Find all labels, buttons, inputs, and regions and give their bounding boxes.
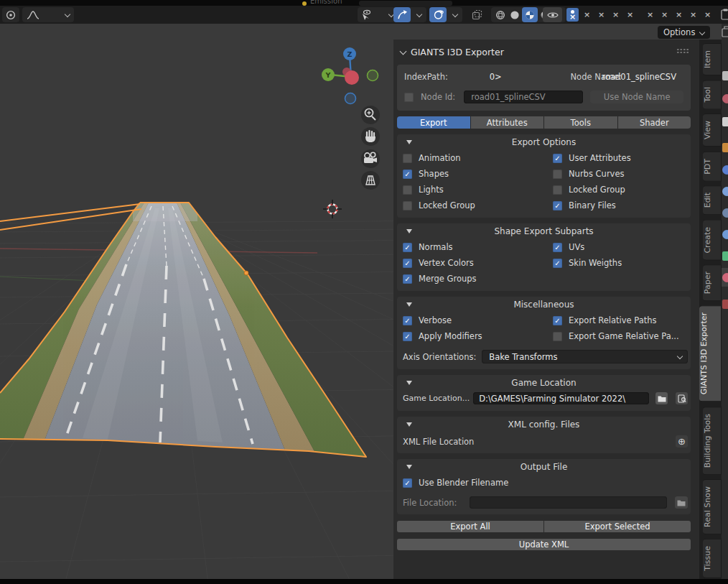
checkbox-uvs[interactable]: ✓	[553, 243, 562, 252]
particles-icon[interactable]	[722, 187, 728, 196]
checkbox-row-lights[interactable]: Lights	[403, 182, 553, 198]
axis-orientations-dropdown[interactable]: Bake Transforms	[482, 350, 688, 363]
export-selected-button[interactable]: Export Selected	[544, 521, 691, 532]
snap-options-dropdown[interactable]	[411, 7, 426, 22]
sidebar-tab-create[interactable]: Create	[703, 220, 722, 261]
checkbox-export-relative-paths[interactable]: ✓	[553, 316, 562, 325]
panel-tab-shader[interactable]: Shader	[618, 116, 691, 129]
qcd-slot-10[interactable]: ×	[701, 8, 714, 22]
sidebar-tab-tool[interactable]: Tool	[703, 80, 722, 109]
proportional-editing-toggle[interactable]	[2, 7, 19, 22]
checkbox-verbose[interactable]: ✓	[403, 316, 412, 325]
checkbox-row-uvs[interactable]: ✓UVs	[553, 239, 691, 255]
tool-icon[interactable]	[722, 71, 728, 80]
checkbox-row-merge-groups[interactable]: ✓Merge Groups	[403, 271, 553, 287]
collapse-triangle-icon[interactable]	[406, 465, 412, 469]
clipboard-icon[interactable]	[721, 9, 728, 20]
qcd-slot-4[interactable]: ×	[610, 8, 622, 22]
checkbox-vertex-colors[interactable]: ✓	[403, 259, 412, 268]
checkbox-row-apply-modifiers[interactable]: ✓Apply Modifiers	[403, 328, 553, 344]
shading-solid[interactable]	[508, 7, 522, 22]
orbit-sphere-toggle[interactable]	[429, 7, 447, 22]
checkbox-row-locked-group[interactable]: Locked Group	[403, 198, 553, 213]
sidebar-tab-building-tools[interactable]: Building Tools	[703, 407, 722, 475]
collapse-triangle-icon[interactable]	[406, 140, 412, 144]
physics-icon[interactable]	[722, 208, 728, 218]
object-icon[interactable]	[722, 143, 728, 152]
sidebar-tab-item[interactable]: Item	[703, 43, 722, 75]
checkbox-lights[interactable]	[403, 185, 412, 195]
checkbox-locked-group[interactable]	[403, 201, 412, 210]
checkbox-row-nurbs-curves[interactable]: Nurbs Curves	[553, 166, 691, 182]
checkbox-shapes[interactable]: ✓	[403, 170, 412, 179]
shading-wireframe[interactable]	[493, 7, 508, 22]
sidebar-tab-tissue[interactable]: Tissue	[703, 539, 722, 578]
checkbox-user-attributes[interactable]: ✓	[553, 154, 562, 163]
export-options-header[interactable]: Export Options	[397, 134, 691, 150]
locate-game-button[interactable]	[676, 392, 688, 404]
gizmo-x-axis[interactable]	[345, 70, 359, 85]
checkbox-nurbs-curves[interactable]	[553, 170, 562, 179]
options-dropdown-button[interactable]: Options	[658, 26, 710, 39]
panel-tab-export[interactable]: Export	[397, 116, 470, 129]
qcd-slot-7[interactable]: ×	[658, 8, 671, 22]
shading-material-preview[interactable]	[522, 7, 538, 22]
texture-icon[interactable]	[722, 300, 728, 309]
checkbox-row-normals[interactable]: ✓Normals	[403, 239, 553, 255]
sidebar-tab-real-snow[interactable]: Real Snow	[703, 479, 722, 534]
object-origin-dot[interactable]	[244, 271, 248, 275]
checkbox-row-shapes[interactable]: ✓Shapes	[403, 166, 553, 182]
checkbox-apply-modifiers[interactable]: ✓	[403, 332, 412, 341]
collapse-triangle-icon[interactable]	[406, 381, 412, 385]
material-icon[interactable]	[722, 273, 728, 282]
panel-header[interactable]: GIANTS I3D Exporter	[400, 45, 691, 59]
panel-collapse-icon[interactable]	[400, 49, 406, 55]
qcd-slot-9[interactable]: ×	[687, 8, 699, 22]
gizmo-y-neg[interactable]	[368, 70, 378, 81]
panel-tab-attributes[interactable]: Attributes	[471, 116, 544, 129]
checkbox-row-verbose[interactable]: ✓Verbose	[403, 312, 553, 328]
xml-config-header[interactable]: XML config. Files	[397, 417, 691, 432]
node-id-input[interactable]: road01_splineCSV	[464, 91, 583, 103]
miscellaneous-header[interactable]: Miscellaneous	[397, 297, 691, 312]
sidebar-tab-giants-i3d-exporter[interactable]: GIANTS I3D Exporter	[699, 305, 722, 402]
sidebar-tab-pdt[interactable]: PDT	[703, 152, 722, 182]
orbit-options-dropdown[interactable]	[447, 7, 462, 22]
checkbox-row-skin-weigths[interactable]: ✓Skin Weigths	[553, 255, 691, 271]
checkbox-row-export-game-relative-pa[interactable]: Export Game Relative Pa...	[553, 328, 691, 344]
checkbox-locked-group[interactable]	[553, 185, 562, 195]
update-xml-button[interactable]: Update XML	[397, 539, 691, 550]
output-icon[interactable]	[722, 117, 728, 126]
qcd-slot-2[interactable]: ×	[581, 8, 593, 22]
checkbox-row-locked-group[interactable]: Locked Group	[553, 182, 691, 198]
checkbox-animation[interactable]	[403, 154, 412, 163]
pages-icon[interactable]	[722, 26, 728, 37]
checkbox-row-binary-files[interactable]: ✓Binary Files	[553, 198, 691, 213]
collapse-triangle-icon[interactable]	[406, 229, 412, 233]
file-location-input[interactable]	[470, 496, 667, 509]
modifier-icon[interactable]	[722, 165, 728, 175]
pan-hand-button[interactable]	[361, 127, 380, 146]
browse-folder-button[interactable]	[655, 392, 668, 404]
qcd-slot-6[interactable]: ×	[644, 8, 656, 22]
game-location-header[interactable]: Game Location	[397, 375, 691, 391]
checkbox-row-animation[interactable]: Animation	[403, 150, 553, 166]
shape-subparts-header[interactable]: Shape Export Subparts	[397, 223, 691, 239]
checkbox-row-export-relative-paths[interactable]: ✓Export Relative Paths	[553, 312, 691, 328]
panel-tab-tools[interactable]: Tools	[544, 116, 617, 129]
output-file-header[interactable]: Output File	[397, 459, 691, 475]
sidebar-tab-paper[interactable]: Paper	[703, 264, 722, 301]
collapse-triangle-icon[interactable]	[406, 302, 412, 307]
checkbox-row-user-attributes[interactable]: ✓User Attributes	[553, 150, 691, 166]
checkbox-binary-files[interactable]: ✓	[553, 201, 562, 210]
checkbox-normals[interactable]: ✓	[403, 243, 412, 252]
qcd-slot-8[interactable]: ×	[673, 8, 685, 22]
browse-output-folder-button[interactable]	[675, 496, 688, 509]
qcd-slot-1-active[interactable]: ×	[566, 8, 579, 22]
qcd-slot-3[interactable]: ×	[595, 8, 607, 22]
node-id-checkbox[interactable]	[404, 93, 414, 102]
checkbox-merge-groups[interactable]: ✓	[403, 274, 412, 284]
falloff-curve-dropdown[interactable]	[22, 7, 74, 22]
checkbox-row-use-blender-filename[interactable]: ✓Use Blender Filename	[403, 475, 691, 491]
constraints-icon[interactable]	[722, 230, 728, 239]
